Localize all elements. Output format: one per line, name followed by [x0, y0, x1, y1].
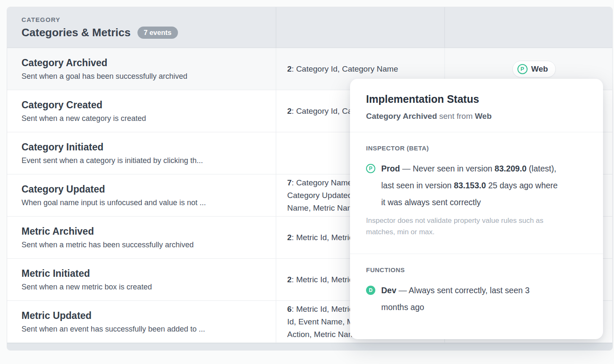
sources-header-cell — [445, 7, 612, 48]
dev-status-text: Dev — Always sent correctly, last seen 3… — [381, 282, 530, 316]
event-description: Sent when a new category is created — [22, 114, 266, 123]
prod-env-icon: P — [366, 164, 375, 173]
implementation-status-popover: Implementation Status Category Archived … — [350, 79, 603, 339]
functions-section: FUNCTIONS D Dev — Always sent correctly,… — [350, 254, 603, 316]
event-description: Event sent when a category is initiated … — [22, 156, 266, 165]
event-name: Category Archived — [22, 57, 266, 69]
prod-status-line: P Prod — Never seen in version 83.209.0 … — [366, 160, 593, 211]
source-label: Web — [531, 64, 548, 74]
event-description: Sent when a goal has been successfully a… — [22, 72, 266, 81]
dev-status-line: D Dev — Always sent correctly, last seen… — [366, 282, 593, 316]
properties-header-cell — [276, 7, 445, 48]
event-name: Category Created — [22, 99, 266, 111]
event-description: Sent when a metric has been successfully… — [22, 241, 266, 249]
dev-env-icon: D — [366, 286, 375, 295]
popover-title: Implementation Status — [366, 93, 593, 105]
inspector-disclaimer: Inspector does not validate property val… — [366, 215, 593, 238]
category-eyebrow: CATEGORY — [22, 16, 266, 23]
event-name: Category Initiated — [22, 142, 266, 153]
event-name: Metric Initiated — [22, 268, 266, 279]
events-count-badge: 7 events — [137, 27, 178, 39]
prod-env-icon: P — [517, 64, 528, 74]
functions-heading: FUNCTIONS — [366, 266, 593, 273]
event-name: Category Updated — [22, 184, 266, 195]
event-name: Metric Archived — [22, 226, 266, 237]
prod-status-text: Prod — Never seen in version 83.209.0 (l… — [381, 160, 557, 211]
popover-subtitle: Category Archived sent from Web — [366, 112, 593, 121]
table-footer-strip — [7, 343, 612, 350]
category-header-cell: CATEGORY Categories & Metrics 7 events — [7, 7, 276, 48]
event-properties: 2: Category Id, Category Name — [287, 63, 440, 75]
source-badge-web[interactable]: P Web — [512, 61, 556, 78]
category-title: Categories & Metrics — [22, 26, 131, 39]
category-header-row: CATEGORY Categories & Metrics 7 events — [7, 7, 612, 48]
popover-header: Implementation Status Category Archived … — [350, 79, 603, 132]
inspector-heading: INSPECTOR (BETA) — [366, 145, 593, 152]
event-description: Sent when an event has successfully been… — [22, 325, 266, 334]
event-description: Sent when a new metric box is created — [22, 283, 266, 292]
event-name: Metric Updated — [22, 310, 266, 321]
screen: CATEGORY Categories & Metrics 7 events C… — [0, 0, 614, 364]
event-description: When goal name input is unfocused and va… — [22, 198, 266, 207]
inspector-section: INSPECTOR (BETA) P Prod — Never seen in … — [350, 132, 603, 238]
